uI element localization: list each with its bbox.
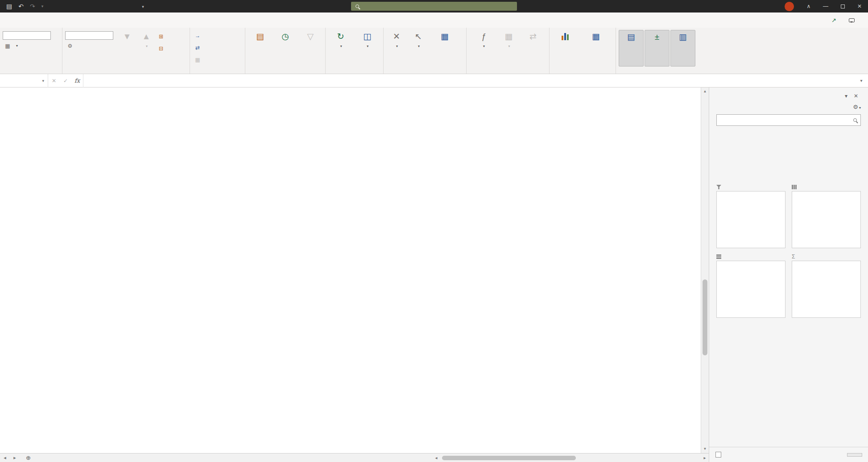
pivottable-fields-pane: ▾ ✕ ⚙▾ Σ — [709, 87, 868, 462]
ungroup-icon: ⇄ — [194, 45, 201, 51]
options-button[interactable]: ▦ ▾ — [3, 41, 51, 50]
avatar[interactable] — [785, 2, 794, 11]
rows-area[interactable] — [716, 261, 785, 318]
change-data-source-button[interactable]: ◫ ▾ — [354, 30, 380, 67]
update-button[interactable] — [847, 453, 862, 457]
filter-connections-button[interactable]: ▽ — [298, 30, 322, 67]
search-box[interactable] — [351, 2, 517, 11]
expand-field-icon: ⊞ — [158, 33, 164, 40]
plus-minus-buttons-toggle[interactable]: ± — [645, 30, 670, 67]
values-area-wrap: Σ — [792, 253, 861, 318]
pane-footer — [709, 447, 868, 462]
share-button[interactable]: ↗ — [831, 17, 839, 24]
group-selection-button[interactable]: → — [193, 31, 205, 40]
select-button[interactable]: ↖ ▾ — [408, 30, 429, 67]
minimize-button[interactable]: — — [817, 0, 834, 12]
cancel-icon[interactable]: ✕ — [48, 78, 60, 84]
scroll-up-icon[interactable]: ▲ — [701, 87, 709, 96]
save-icon[interactable]: ▤ — [6, 3, 12, 10]
active-field-input[interactable] — [65, 31, 113, 40]
clear-icon: ✕ — [393, 31, 400, 42]
insert-function-icon[interactable]: fx — [71, 77, 83, 84]
drill-up-icon: ▲ — [142, 31, 151, 42]
group-field-button[interactable]: ▦ — [193, 55, 205, 64]
enter-icon[interactable]: ✓ — [60, 78, 71, 84]
rows-area-wrap — [716, 253, 785, 318]
recommended-pivottables-icon: ▦ — [592, 31, 600, 42]
horizontal-scroll-track[interactable] — [440, 455, 701, 461]
pivotchart-icon — [562, 31, 569, 41]
expand-field-button[interactable]: ⊞ — [156, 32, 168, 41]
collapse-field-button[interactable]: ⊟ — [156, 44, 168, 53]
pivottable-name-input[interactable] — [3, 31, 51, 40]
relationships-button[interactable]: ⇄ — [520, 30, 546, 67]
ungroup-button[interactable]: ⇄ — [193, 43, 205, 52]
ribbon-group-calculations: ƒ ▾ ▦ ▾ ⇄ — [467, 28, 550, 74]
ribbon-group-group: → ⇄ ▦ — [190, 28, 245, 74]
fields-search-input[interactable] — [720, 117, 853, 123]
change-data-source-wrap: ▾ — [366, 43, 368, 49]
values-area[interactable] — [792, 261, 861, 318]
pivotchart-button[interactable] — [552, 30, 578, 67]
redo-icon[interactable]: ↷ — [30, 3, 35, 10]
insert-slicer-button[interactable]: ▤ — [248, 30, 272, 67]
drill-down-button[interactable]: ▼ — [118, 30, 136, 67]
scroll-left-icon[interactable]: ◂ — [432, 455, 440, 460]
scroll-down-icon[interactable]: ▼ — [701, 445, 709, 453]
comments-button[interactable] — [849, 18, 857, 22]
defer-layout-checkbox[interactable] — [715, 452, 721, 458]
refresh-label-wrap: ▾ — [339, 43, 342, 49]
select-icon: ↖ — [415, 31, 422, 42]
horizontal-scroll-thumb[interactable] — [442, 456, 576, 460]
recommended-pivottables-button[interactable]: ▦ — [579, 30, 613, 67]
columns-area[interactable] — [792, 191, 861, 248]
vertical-scrollbar[interactable]: ▲ ▼ — [701, 87, 709, 453]
change-data-source-icon: ◫ — [363, 31, 371, 42]
pane-gear-icon[interactable]: ⚙▾ — [853, 104, 861, 110]
quick-access-toolbar: ▤ ↶ ↷ ▾ — [0, 3, 43, 10]
move-pivottable-button[interactable]: ▦ — [430, 30, 459, 67]
filters-area[interactable] — [716, 191, 785, 248]
refresh-button[interactable]: ↻ ▾ — [328, 30, 353, 67]
pane-close-icon[interactable]: ✕ — [851, 93, 861, 99]
gear-icon: ⚙ — [67, 43, 73, 49]
chevron-down-icon: ▾ — [396, 44, 398, 48]
formula-bar-expand-icon[interactable]: ▾ — [855, 78, 868, 83]
title-caret-icon: ▾ — [142, 4, 144, 9]
vertical-scroll-thumb[interactable] — [703, 279, 707, 355]
scroll-right-icon[interactable]: ▸ — [701, 455, 709, 460]
plus-minus-buttons-icon: ± — [655, 32, 659, 42]
qat-customize-icon[interactable]: ▾ — [41, 4, 44, 8]
chevron-down-icon: ▾ — [340, 44, 342, 48]
ribbon-group-tools: ▦ — [550, 28, 616, 74]
close-button[interactable]: ✕ — [851, 0, 868, 12]
insert-timeline-button[interactable]: ◷ — [273, 30, 297, 67]
sheet-nav-left-icon[interactable]: ◂ — [0, 455, 10, 461]
pane-options-icon[interactable]: ▾ — [841, 93, 851, 99]
chevron-down-icon: ▾ — [367, 44, 368, 48]
maximize-button[interactable] — [834, 0, 851, 12]
horizontal-scrollbar[interactable]: ◂ ▸ — [432, 454, 709, 462]
sheet-tab-bar: ◂ ▸ ⊕ ◂ ▸ — [0, 453, 709, 462]
clear-button[interactable]: ✕ ▾ — [386, 30, 407, 67]
insert-slicer-icon: ▤ — [256, 31, 264, 42]
drill-up-button[interactable]: ▲ ▾ — [137, 30, 155, 67]
field-settings-button[interactable]: ⚙ — [65, 41, 117, 50]
title-bar-right: ∧ — ✕ — [780, 0, 868, 12]
group-field-icon: ▦ — [194, 57, 201, 63]
olap-tools-button[interactable]: ▦ ▾ — [499, 30, 519, 67]
field-list-toggle[interactable]: ▤ — [619, 30, 644, 67]
fields-search-box[interactable] — [716, 114, 861, 126]
ribbon-display-options-icon[interactable]: ∧ — [800, 0, 817, 12]
filters-area-wrap — [716, 183, 785, 248]
values-area-header: Σ — [792, 253, 861, 261]
title-bar: ▤ ↶ ↷ ▾ ▾ ∧ — ✕ — [0, 0, 868, 12]
undo-icon[interactable]: ↶ — [18, 3, 24, 10]
sheet-nav-right-icon[interactable]: ▸ — [10, 455, 20, 461]
add-sheet-icon[interactable]: ⊕ — [26, 454, 31, 461]
name-box[interactable]: ▾ — [0, 74, 48, 87]
formula-divider — [83, 74, 83, 87]
field-headers-toggle[interactable]: ▥ — [670, 30, 695, 67]
clear-wrap: ▾ — [395, 43, 398, 49]
fields-items-sets-button[interactable]: ƒ ▾ — [469, 30, 498, 67]
